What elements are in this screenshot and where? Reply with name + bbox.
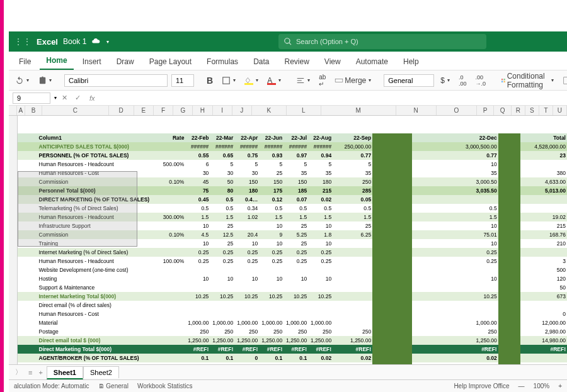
- col-header-T[interactable]: T: [539, 106, 553, 115]
- accessibility-label[interactable]: 🗎 General: [98, 383, 129, 389]
- col-header-Q[interactable]: Q: [494, 106, 512, 115]
- font-size-select[interactable]: [171, 74, 194, 87]
- doc-name[interactable]: Book 1: [63, 37, 86, 46]
- col-header-B[interactable]: B: [25, 106, 43, 115]
- table-row[interactable]: Internet Marketing Total $(000)10.2510.2…: [18, 292, 567, 301]
- zoom-level[interactable]: 100%: [534, 383, 550, 389]
- table-row[interactable]: PERSONNEL (% OF TOTAL SALES)0.550.650.75…: [18, 151, 567, 160]
- table-row[interactable]: Material1,000.001,000.001,000.001,000.00…: [18, 318, 567, 327]
- menu-draw[interactable]: Draw: [110, 53, 140, 70]
- table-row[interactable]: Human Resources - Headcount500.00%655555…: [18, 160, 567, 169]
- menu-insert[interactable]: Insert: [76, 53, 108, 70]
- wrap-text-button[interactable]: ab↵: [316, 72, 328, 89]
- zoom-out-button[interactable]: —: [518, 383, 525, 389]
- font-select[interactable]: [64, 74, 168, 87]
- border-button[interactable]: ▾: [219, 75, 238, 86]
- table-row[interactable]: Support & Maintenance50: [18, 283, 567, 292]
- table-row[interactable]: Direct Marketing Total $(000)#REF!#REF!#…: [18, 345, 567, 354]
- col-header-K[interactable]: K: [252, 106, 287, 115]
- font-color-button[interactable]: A▾: [265, 75, 284, 86]
- merge-button[interactable]: Merge▾: [332, 75, 374, 86]
- table-row[interactable]: Direct email total $ (000)1,250.001,250.…: [18, 336, 567, 345]
- search-input[interactable]: Search (Option + Q): [278, 34, 486, 49]
- table-row[interactable]: Commission0.10%4.512.520.495.251.86.2575…: [18, 230, 567, 239]
- col-header-S[interactable]: S: [525, 106, 539, 115]
- col-header-R[interactable]: R: [512, 106, 525, 115]
- menu-automate[interactable]: Automate: [350, 53, 394, 70]
- fx-icon[interactable]: fx: [86, 94, 99, 102]
- col-header-I[interactable]: I: [213, 106, 232, 115]
- menu-view[interactable]: View: [318, 53, 347, 70]
- menu-formulas[interactable]: Formulas: [200, 53, 244, 70]
- table-row[interactable]: Internet Marketing (% of Direct Sales)0.…: [18, 248, 567, 257]
- menu-home[interactable]: Home: [40, 52, 73, 70]
- col-header-L[interactable]: L: [287, 106, 321, 115]
- spreadsheet-grid[interactable]: Column1Rate22-Feb22-Mar22-Apr22-Jun22-Ju…: [18, 116, 567, 364]
- table-row[interactable]: Telemarketing (% of Direct Sales)0.50.50…: [18, 204, 567, 213]
- name-box[interactable]: [13, 92, 50, 104]
- col-header-J[interactable]: J: [232, 106, 252, 115]
- menu-page-layout[interactable]: Page Layout: [143, 53, 198, 70]
- tab-nav-prev-icon[interactable]: 〉: [13, 367, 25, 377]
- table-row[interactable]: Human Resources - Headcount300.00%1.51.5…: [18, 213, 567, 221]
- table-row[interactable]: Infrastructure Support10251025102510215: [18, 221, 567, 230]
- currency-button[interactable]: $▾: [438, 75, 452, 86]
- menu-file[interactable]: File: [13, 53, 37, 70]
- table-row[interactable]: ANTICIPATED SALES TOTAL $(000)##########…: [18, 142, 567, 151]
- col-header-O[interactable]: O: [437, 106, 477, 115]
- table-row[interactable]: Training10251010251010210: [18, 239, 567, 248]
- tab-add-icon[interactable]: +: [36, 369, 45, 376]
- table-row[interactable]: Hosting10101010101010120: [18, 274, 567, 283]
- col-header-G[interactable]: G: [173, 106, 193, 115]
- col-header-E[interactable]: E: [134, 106, 154, 115]
- number-format-select[interactable]: [384, 74, 434, 87]
- workbook-stats-label[interactable]: Workbook Statistics: [137, 383, 193, 389]
- tab-menu-icon[interactable]: ≡: [26, 369, 35, 376]
- col-header-H[interactable]: H: [193, 106, 212, 115]
- help-improve-label[interactable]: Help Improve Office: [454, 383, 509, 389]
- caret-down-icon[interactable]: ▾: [106, 39, 109, 45]
- tab-sheet2[interactable]: Sheet2: [83, 366, 119, 378]
- cancel-icon[interactable]: ✕: [59, 94, 70, 102]
- menu-help[interactable]: Help: [397, 53, 425, 70]
- col-header-A[interactable]: A: [17, 106, 25, 115]
- conditional-formatting-button[interactable]: Conditional Formatting▾: [498, 70, 556, 91]
- share-button[interactable]: [556, 62, 563, 70]
- table-row[interactable]: Postage2502502502502502502502502,980.00: [18, 327, 567, 336]
- table-row[interactable]: Website Development (one-time cost)500: [18, 266, 567, 274]
- col-header-P[interactable]: P: [477, 106, 495, 115]
- table-row[interactable]: DIRECT MARKETING (% OF TOTAL SALES)0.450…: [18, 195, 567, 204]
- increase-decimal-button[interactable]: .00→.0: [472, 73, 488, 88]
- table-row[interactable]: Personnel Total $(000)758018017518521528…: [18, 186, 567, 195]
- table-row[interactable]: Communication5050505050505050600: [18, 362, 567, 364]
- row-headers[interactable]: [9, 116, 18, 364]
- col-header-C[interactable]: C: [42, 106, 108, 115]
- table-row[interactable]: Direct email (% of direct sales): [18, 301, 567, 310]
- percent-button[interactable]: .0.00: [456, 73, 469, 88]
- col-header-F[interactable]: F: [154, 106, 173, 115]
- menu-data[interactable]: Data: [247, 53, 275, 70]
- fill-color-button[interactable]: ♢▾: [242, 75, 261, 86]
- table-row[interactable]: Commission0.10%45501501501501802503,000.…: [18, 177, 567, 186]
- confirm-icon[interactable]: ✓: [72, 94, 83, 102]
- table-row[interactable]: Human Resources - Headcount100.00%0.250.…: [18, 257, 567, 266]
- tab-sheet1[interactable]: Sheet1: [47, 366, 83, 379]
- menu-review[interactable]: Review: [278, 53, 315, 70]
- table-row[interactable]: Column1Rate22-Feb22-Mar22-Apr22-Jun22-Ju…: [18, 133, 567, 142]
- undo-button[interactable]: ▾: [13, 75, 32, 86]
- col-header-M[interactable]: M: [321, 106, 396, 115]
- paste-button[interactable]: ▾: [35, 75, 54, 86]
- table-row[interactable]: Human Resources - Cost303030253535353538…: [18, 169, 567, 177]
- cell-styles-button[interactable]: ▾: [560, 75, 567, 86]
- col-header-U[interactable]: U: [553, 106, 567, 115]
- col-header-D[interactable]: D: [109, 106, 134, 115]
- formula-input[interactable]: [101, 94, 563, 102]
- align-button[interactable]: ▾: [294, 75, 312, 86]
- bold-button[interactable]: B: [204, 74, 215, 87]
- col-header-N[interactable]: N: [396, 106, 437, 115]
- column-headers[interactable]: ABCDEFGHIJKLMNOPQRSTU: [9, 106, 567, 116]
- table-row[interactable]: AGENT/BROKER (% OF TOTAL SALES)0.10.100.…: [18, 354, 567, 362]
- namebox-caret-icon[interactable]: ▾: [54, 95, 57, 101]
- table-row[interactable]: Human Resources - Cost0: [18, 310, 567, 318]
- zoom-in-button[interactable]: +: [558, 383, 562, 389]
